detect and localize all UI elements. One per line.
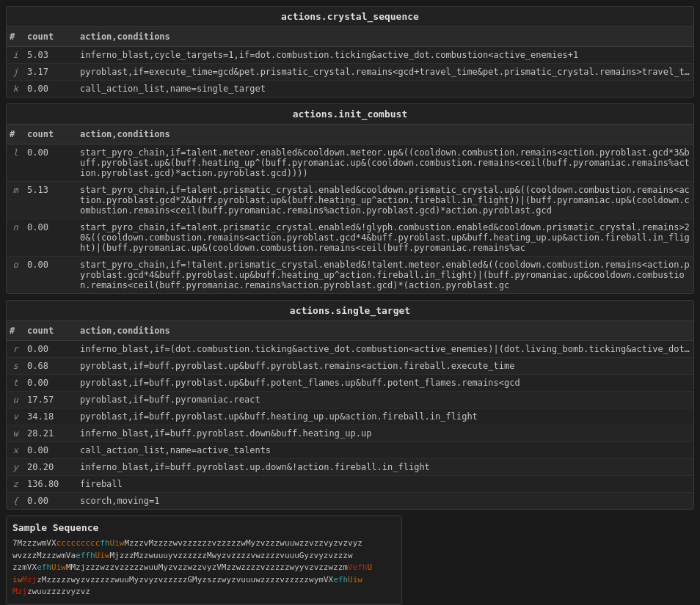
row-count: 136.80 — [24, 476, 77, 492]
single-target-title: actions.single_target — [7, 301, 693, 321]
row-count: 0.00 — [24, 375, 77, 391]
row-count: 28.21 — [24, 425, 77, 441]
row-count: 0.00 — [24, 442, 77, 458]
row-key: r — [7, 341, 24, 357]
table-row: l 0.00 start_pyro_chain,if=talent.meteor… — [7, 144, 693, 182]
table-row: w 28.21 inferno_blast,if=buff.pyroblast.… — [7, 425, 693, 442]
row-count: 0.00 — [24, 341, 77, 357]
header-key-3: # — [7, 324, 24, 337]
table-row: v 34.18 pyroblast,if=buff.pyroblast.up&b… — [7, 408, 693, 425]
row-key: x — [7, 442, 24, 458]
table-row: k 0.00 call_action_list,name=single_targ… — [7, 81, 693, 97]
sample-title: Sample Sequence — [12, 522, 395, 533]
row-key: w — [7, 425, 24, 441]
row-key: l — [7, 144, 24, 161]
row-action: call_action_list,name=single_target — [77, 81, 693, 97]
init-combust-title: actions.init_combust — [7, 104, 693, 125]
table-row: r 0.00 inferno_blast,if=(dot.combustion.… — [7, 341, 693, 358]
row-action: inferno_blast,if=buff.pyroblast.down&buf… — [77, 425, 693, 441]
header-action-2: action,conditions — [77, 128, 693, 141]
table-row: y 20.20 inferno_blast,if=buff.pyroblast.… — [7, 459, 693, 476]
table-row: u 17.57 pyroblast,if=buff.pyromaniac.rea… — [7, 392, 693, 408]
row-count: 0.00 — [24, 257, 77, 273]
row-key: m — [7, 182, 24, 198]
row-action: start_pyro_chain,if=!talent.prismatic_cr… — [77, 257, 693, 293]
table-row: s 0.68 pyroblast,if=buff.pyroblast.up&bu… — [7, 358, 693, 375]
table-row: j 3.17 pyroblast,if=execute_time=gcd&pet… — [7, 64, 693, 81]
sample-sequence-section: Sample Sequence 7MzzzwmVXcccccccccfhUiwM… — [6, 516, 402, 605]
single-target-section: actions.single_target # count action,con… — [6, 300, 694, 510]
header-key-2: # — [7, 128, 24, 141]
row-key: s — [7, 358, 24, 374]
row-action: pyroblast,if=buff.pyroblast.up&buff.heat… — [77, 408, 693, 425]
table-row: { 0.00 scorch,moving=1 — [7, 493, 693, 509]
init-combust-header: # count action,conditions — [7, 125, 693, 144]
row-count: 0.00 — [24, 219, 77, 235]
row-key: n — [7, 219, 24, 235]
row-key: z — [7, 476, 24, 492]
row-action: inferno_blast,if=(dot.combustion.ticking… — [77, 341, 693, 357]
init-combust-section: actions.init_combust # count action,cond… — [6, 103, 694, 294]
row-action: pyroblast,if=buff.pyroblast.up&buff.pote… — [77, 375, 693, 391]
crystal-sequence-title: actions.crystal_sequence — [7, 7, 693, 27]
row-count: 3.17 — [24, 64, 77, 80]
table-row: t 0.00 pyroblast,if=buff.pyroblast.up&bu… — [7, 375, 693, 392]
row-action: inferno_blast,if=buff.pyroblast.up.down&… — [77, 459, 693, 475]
row-key: t — [7, 375, 24, 391]
row-action: inferno_blast,cycle_targets=1,if=dot.com… — [77, 47, 693, 63]
header-count-3: count — [24, 324, 77, 337]
row-count: 0.68 — [24, 358, 77, 374]
row-action: start_pyro_chain,if=talent.prismatic_cry… — [77, 219, 693, 256]
row-key: k — [7, 81, 24, 97]
row-count: 34.18 — [24, 408, 77, 425]
row-action: start_pyro_chain,if=talent.meteor.enable… — [77, 144, 693, 181]
row-action: call_action_list,name=active_talents — [77, 442, 693, 458]
crystal-sequence-section: actions.crystal_sequence # count action,… — [6, 6, 694, 98]
row-key: i — [7, 47, 24, 63]
single-target-header: # count action,conditions — [7, 321, 693, 341]
row-count: 0.00 — [24, 81, 77, 97]
row-key: { — [7, 493, 24, 509]
row-count: 17.57 — [24, 392, 77, 408]
table-row: x 0.00 call_action_list,name=active_tale… — [7, 442, 693, 459]
row-action: start_pyro_chain,if=talent.prismatic_cry… — [77, 182, 693, 219]
sample-text: 7MzzzwmVXcccccccccfhUiwMzzzvMzzzzwvzzzzz… — [12, 538, 395, 598]
header-action-3: action,conditions — [77, 324, 693, 337]
row-action: scorch,moving=1 — [77, 493, 693, 509]
row-action: pyroblast,if=execute_time=gcd&pet.prisma… — [77, 64, 693, 80]
table-row: n 0.00 start_pyro_chain,if=talent.prisma… — [7, 219, 693, 257]
row-key: u — [7, 392, 24, 408]
header-key-1: # — [7, 30, 24, 43]
row-count: 5.13 — [24, 182, 77, 198]
table-row: i 5.03 inferno_blast,cycle_targets=1,if=… — [7, 47, 693, 64]
row-action: pyroblast,if=buff.pyromaniac.react — [77, 392, 693, 408]
row-action: pyroblast,if=buff.pyroblast.up&buff.pyro… — [77, 358, 693, 374]
header-count-1: count — [24, 30, 77, 43]
header-action-1: action,conditions — [77, 30, 693, 43]
header-count-2: count — [24, 128, 77, 141]
crystal-sequence-header: # count action,conditions — [7, 27, 693, 47]
row-action: fireball — [77, 476, 693, 492]
row-count: 0.00 — [24, 493, 77, 509]
table-row: z 136.80 fireball — [7, 476, 693, 493]
table-row: m 5.13 start_pyro_chain,if=talent.prisma… — [7, 182, 693, 219]
table-row: o 0.00 start_pyro_chain,if=!talent.prism… — [7, 257, 693, 293]
row-key: y — [7, 459, 24, 475]
row-key: o — [7, 257, 24, 273]
row-count: 0.00 — [24, 144, 77, 161]
row-key: j — [7, 64, 24, 80]
row-count: 5.03 — [24, 47, 77, 63]
row-count: 20.20 — [24, 459, 77, 475]
row-key: v — [7, 408, 24, 425]
